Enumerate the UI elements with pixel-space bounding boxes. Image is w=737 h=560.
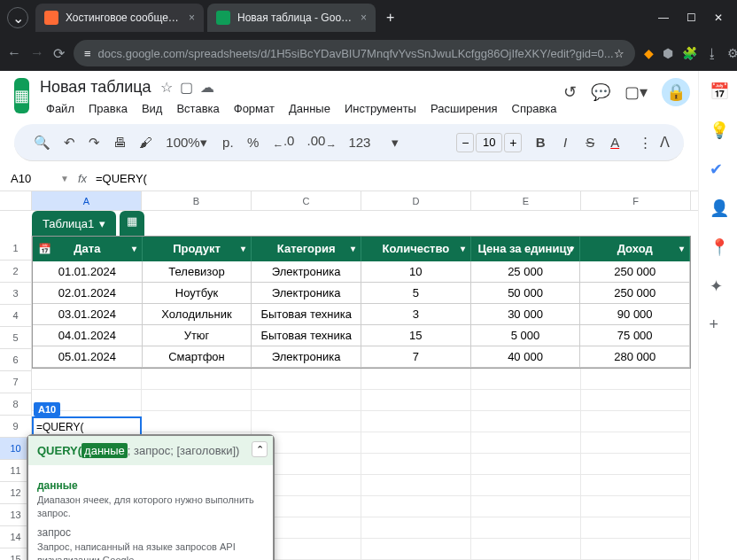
cell[interactable] bbox=[471, 475, 581, 496]
address-bar[interactable]: ≡ docs.google.com/spreadsheets/d/1H5siBc… bbox=[74, 40, 635, 66]
table-header[interactable]: Категория▾ bbox=[252, 237, 361, 261]
table-cell[interactable]: 3 bbox=[361, 304, 471, 325]
forward-button[interactable]: → bbox=[30, 45, 44, 61]
cell[interactable] bbox=[361, 390, 471, 411]
active-cell[interactable] bbox=[32, 416, 142, 434]
cell[interactable] bbox=[471, 411, 581, 432]
cell[interactable] bbox=[142, 390, 252, 411]
cell[interactable] bbox=[361, 411, 471, 432]
table-cell[interactable]: 40 000 bbox=[471, 346, 581, 368]
name-box-dropdown[interactable]: ▼ bbox=[60, 174, 69, 183]
site-info-icon[interactable]: ≡ bbox=[84, 47, 91, 60]
table-cell[interactable]: 50 000 bbox=[471, 283, 581, 304]
table-cell[interactable]: 02.01.2024 bbox=[33, 283, 143, 304]
cell[interactable] bbox=[471, 539, 581, 560]
col-header[interactable]: C bbox=[252, 191, 361, 210]
cell[interactable] bbox=[471, 496, 581, 517]
table-cell[interactable]: 04.01.2024 bbox=[33, 325, 143, 346]
collapse-help-button[interactable]: ⌃ bbox=[252, 441, 268, 457]
add-addon-button[interactable]: + bbox=[710, 315, 727, 333]
cell[interactable] bbox=[581, 432, 691, 454]
cell[interactable] bbox=[32, 369, 142, 390]
move-icon[interactable]: ▢ bbox=[180, 79, 193, 96]
menu-format[interactable]: Формат bbox=[228, 98, 281, 119]
chevron-down-icon[interactable]: ▾ bbox=[461, 237, 465, 261]
font-select[interactable]: ▾ bbox=[382, 131, 448, 154]
cell[interactable] bbox=[361, 517, 471, 539]
table-header[interactable]: Цена за единицу▾ bbox=[471, 237, 581, 261]
cell[interactable] bbox=[581, 539, 691, 560]
table-cell[interactable]: Смартфон bbox=[143, 346, 252, 368]
cell[interactable] bbox=[471, 454, 581, 475]
close-icon[interactable]: × bbox=[189, 12, 195, 24]
text-color-button[interactable]: A bbox=[604, 131, 625, 153]
currency-button[interactable]: р. bbox=[217, 131, 238, 153]
table-cell[interactable]: Бытовая техника bbox=[252, 325, 361, 346]
increase-font-button[interactable]: + bbox=[504, 133, 522, 152]
cell[interactable] bbox=[581, 496, 691, 517]
star-icon[interactable]: ☆ bbox=[614, 47, 625, 60]
menu-file[interactable]: Файл bbox=[40, 98, 81, 119]
table-cell[interactable]: 5 000 bbox=[471, 325, 581, 346]
cell[interactable] bbox=[361, 432, 471, 454]
italic-button[interactable]: I bbox=[555, 131, 576, 153]
tab-search-button[interactable]: ⌄ bbox=[7, 7, 28, 28]
table-cell[interactable]: 05.01.2024 bbox=[33, 346, 143, 368]
col-header[interactable]: F bbox=[581, 191, 691, 210]
cell[interactable] bbox=[361, 454, 471, 475]
decrease-decimal-button[interactable]: ←.0 bbox=[267, 129, 298, 155]
star-icon[interactable]: ☆ bbox=[160, 79, 173, 96]
keep-icon[interactable]: 💡 bbox=[710, 121, 727, 138]
table-cell[interactable]: 03.01.2024 bbox=[33, 304, 143, 325]
table-cell[interactable]: 250 000 bbox=[580, 283, 690, 304]
chevron-down-icon[interactable]: ▾ bbox=[570, 237, 574, 261]
cell[interactable] bbox=[252, 369, 361, 390]
sparks-icon[interactable]: ✦ bbox=[710, 276, 727, 294]
chevron-down-icon[interactable]: ▾ bbox=[679, 237, 684, 261]
cell[interactable] bbox=[471, 390, 581, 411]
table-cell[interactable]: 10 bbox=[361, 261, 471, 283]
menu-insert[interactable]: Вставка bbox=[170, 98, 225, 119]
cell[interactable] bbox=[471, 432, 581, 454]
cell[interactable] bbox=[252, 411, 361, 432]
maps-icon[interactable]: 📍 bbox=[710, 237, 727, 255]
meet-icon[interactable]: ▢▾ bbox=[625, 82, 648, 102]
comment-icon[interactable]: 💬 bbox=[591, 82, 610, 102]
chevron-down-icon[interactable]: ▾ bbox=[132, 237, 136, 261]
zoom-select[interactable]: 100% ▾ bbox=[160, 131, 209, 154]
sheets-logo[interactable]: ▦ bbox=[14, 78, 29, 113]
cell[interactable] bbox=[142, 369, 252, 390]
extension-icon[interactable]: ⬢ bbox=[663, 46, 673, 60]
select-all-corner[interactable] bbox=[0, 191, 32, 210]
cell[interactable] bbox=[581, 390, 691, 411]
bold-button[interactable]: B bbox=[530, 131, 551, 153]
cell[interactable] bbox=[361, 475, 471, 496]
tasks-icon[interactable]: ✔ bbox=[710, 159, 727, 177]
browser-tab[interactable]: Новая таблица - Google Табли × bbox=[207, 4, 376, 32]
menu-view[interactable]: Вид bbox=[136, 98, 169, 119]
more-formats-button[interactable]: 123 bbox=[343, 131, 374, 153]
cell[interactable] bbox=[142, 411, 252, 432]
cloud-icon[interactable]: ☁ bbox=[200, 79, 214, 96]
cell[interactable] bbox=[581, 454, 691, 475]
print-button[interactable]: 🖶 bbox=[108, 131, 131, 153]
minimize-button[interactable]: — bbox=[658, 12, 669, 24]
cell[interactable] bbox=[581, 517, 691, 539]
col-header[interactable]: A bbox=[32, 191, 142, 210]
extension-icon[interactable]: ◆ bbox=[644, 46, 654, 60]
cell[interactable] bbox=[581, 411, 691, 432]
table-header[interactable]: Продукт▾ bbox=[143, 237, 252, 261]
table-cell[interactable]: 250 000 bbox=[580, 261, 690, 283]
cell[interactable] bbox=[361, 539, 471, 560]
table-cell[interactable]: Ноутбук bbox=[143, 283, 252, 304]
table-cell[interactable]: 5 bbox=[361, 283, 471, 304]
doc-title[interactable]: Новая таблица bbox=[40, 78, 151, 97]
table-cell[interactable]: Бытовая техника bbox=[252, 304, 361, 325]
close-icon[interactable]: × bbox=[361, 12, 367, 24]
profile-button[interactable]: ⚙ bbox=[727, 46, 737, 60]
name-box[interactable] bbox=[7, 168, 60, 189]
table-chip-expand[interactable]: ▦ bbox=[120, 211, 144, 236]
cell[interactable] bbox=[581, 369, 691, 390]
cell[interactable] bbox=[252, 390, 361, 411]
more-tools-button[interactable]: ⋮ bbox=[633, 131, 656, 154]
